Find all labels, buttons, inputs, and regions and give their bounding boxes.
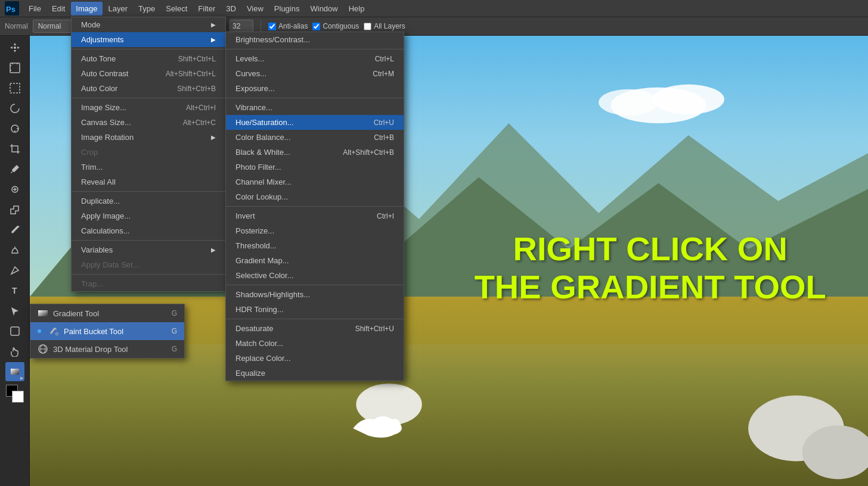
menu-view[interactable]: View: [242, 2, 268, 15]
menu-trim[interactable]: Trim...: [72, 160, 225, 175]
tolerance-input[interactable]: [230, 20, 253, 33]
menu-adjustments-label: Adjustments: [81, 35, 124, 44]
menu-file[interactable]: File: [24, 2, 46, 15]
menu-apply-image-label: Apply Image...: [81, 211, 131, 220]
all-layers-checkbox[interactable]: [364, 23, 371, 30]
menu-auto-tone-label: Auto Tone: [81, 54, 116, 63]
adj-vibrance[interactable]: Vibrance...: [226, 100, 404, 115]
lasso-tool-btn[interactable]: [5, 99, 24, 118]
pen-btn[interactable]: [5, 261, 24, 280]
menu-calculations[interactable]: Calculations...: [72, 223, 225, 238]
menu-mode[interactable]: Mode ▶: [72, 17, 225, 32]
eyedropper-btn[interactable]: [5, 160, 24, 179]
adj-exposure[interactable]: Exposure...: [226, 81, 404, 96]
menu-3d[interactable]: 3D: [221, 2, 241, 15]
adj-bw[interactable]: Black & White... Alt+Shift+Ctrl+B: [226, 145, 404, 160]
contiguous-checkbox-label[interactable]: Contiguous: [312, 22, 359, 30]
adj-shadows-highlights-label: Shadows/Highlights...: [235, 290, 310, 299]
3d-material-label: 3D Material Drop Tool: [53, 345, 128, 354]
adj-brightness[interactable]: Brightness/Contrast...: [226, 32, 404, 47]
menu-auto-contrast[interactable]: Auto Contrast Alt+Shift+Ctrl+L: [72, 66, 225, 81]
adj-exposure-label: Exposure...: [235, 84, 275, 93]
adj-gradient-map-label: Gradient Map...: [235, 256, 289, 265]
adj-levels[interactable]: Levels... Ctrl+L: [226, 51, 404, 66]
menu-auto-color-label: Auto Color: [81, 84, 117, 93]
path-select-btn[interactable]: [5, 301, 24, 320]
menu-trap-label: Trap...: [81, 279, 103, 288]
svg-rect-2: [10, 63, 20, 73]
menu-canvas-size[interactable]: Canvas Size... Alt+Ctrl+C: [72, 115, 225, 130]
adj-photo-filter-label: Photo Filter...: [235, 163, 281, 172]
adj-vibrance-label: Vibrance...: [235, 103, 272, 112]
shape-btn[interactable]: [5, 322, 24, 341]
adj-sep2: [226, 98, 404, 98]
quick-select-btn[interactable]: [5, 119, 24, 138]
adj-sep1: [226, 49, 404, 49]
color-swatches[interactable]: [4, 385, 26, 407]
menu-filter[interactable]: Filter: [193, 2, 220, 15]
menu-image[interactable]: Image: [71, 2, 102, 15]
adj-match-color[interactable]: Match Color...: [226, 336, 404, 351]
type-btn[interactable]: T: [5, 281, 24, 300]
menu-window[interactable]: Window: [305, 2, 342, 15]
menu-reveal-all[interactable]: Reveal All: [72, 175, 225, 189]
adj-equalize[interactable]: Equalize: [226, 366, 404, 381]
antialias-checkbox-label[interactable]: Anti-alias: [268, 22, 308, 30]
adj-selective-color[interactable]: Selective Color...: [226, 268, 404, 283]
all-layers-checkbox-label[interactable]: All Layers: [364, 22, 405, 30]
menu-image-size[interactable]: Image Size... Alt+Ctrl+I: [72, 100, 225, 115]
adj-bw-shortcut: Alt+Shift+Ctrl+B: [331, 148, 394, 157]
adj-invert[interactable]: Invert Ctrl+I: [226, 208, 404, 223]
adj-desaturate-label: Desaturate: [235, 324, 274, 333]
adj-hue-sat[interactable]: Hue/Saturation... Ctrl+U: [226, 115, 404, 130]
adj-hdr-toning[interactable]: HDR Toning...: [226, 302, 404, 317]
adj-replace-color[interactable]: Replace Color...: [226, 351, 404, 366]
flyout-3d-material-drop[interactable]: 3D Material Drop Tool G: [30, 340, 184, 358]
antialias-checkbox[interactable]: [268, 23, 276, 30]
menu-apply-image[interactable]: Apply Image...: [72, 208, 225, 223]
marquee-tool-btn[interactable]: [5, 79, 24, 98]
adj-bw-label: Black & White...: [235, 148, 290, 157]
flyout-gradient-tool[interactable]: Gradient Tool G: [30, 304, 184, 322]
menu-variables[interactable]: Variables ▶: [72, 242, 225, 257]
contiguous-checkbox[interactable]: [312, 23, 320, 30]
flyout-paint-bucket-tool[interactable]: Paint Bucket Tool G: [30, 322, 184, 340]
menu-edit[interactable]: Edit: [47, 2, 70, 15]
adj-color-balance[interactable]: Color Balance... Ctrl+B: [226, 130, 404, 145]
adj-curves[interactable]: Curves... Ctrl+M: [226, 66, 404, 81]
artboard-tool-btn[interactable]: [5, 58, 24, 77]
menu-image-rotation[interactable]: Image Rotation ▶: [72, 130, 225, 145]
hand-btn[interactable]: [5, 342, 24, 361]
menu-auto-color[interactable]: Auto Color Shift+Ctrl+B: [72, 81, 225, 96]
move-tool-btn[interactable]: [5, 38, 24, 57]
menu-auto-tone-shortcut: Shift+Ctrl+L: [166, 55, 216, 63]
adj-desaturate[interactable]: Desaturate Shift+Ctrl+U: [226, 321, 404, 336]
adj-shadows-highlights[interactable]: Shadows/Highlights...: [226, 287, 404, 302]
crop-tool-btn[interactable]: [5, 139, 24, 158]
menu-help[interactable]: Help: [344, 2, 370, 15]
clone-stamp-btn[interactable]: [5, 200, 24, 219]
svg-rect-14: [11, 369, 19, 375]
adj-color-lookup[interactable]: Color Lookup...: [226, 189, 404, 204]
menu-adjustments[interactable]: Adjustments ▶ Brightness/Contrast... Lev…: [72, 32, 225, 47]
adj-posterize[interactable]: Posterize...: [226, 223, 404, 238]
healing-brush-btn[interactable]: [5, 180, 24, 199]
background-color[interactable]: [12, 391, 24, 403]
menu-auto-tone[interactable]: Auto Tone Shift+Ctrl+L: [72, 51, 225, 66]
brush-btn[interactable]: [5, 220, 24, 239]
adj-threshold[interactable]: Threshold...: [226, 238, 404, 253]
adjustments-submenu: Brightness/Contrast... Levels... Ctrl+L …: [225, 32, 404, 381]
adj-photo-filter[interactable]: Photo Filter...: [226, 160, 404, 175]
adj-channel-mixer[interactable]: Channel Mixer...: [226, 175, 404, 189]
menu-image-size-shortcut: Alt+Ctrl+I: [174, 104, 216, 112]
menu-layer[interactable]: Layer: [104, 2, 133, 15]
menu-type[interactable]: Type: [134, 2, 160, 15]
menu-plugins[interactable]: Plugins: [269, 2, 305, 15]
menu-duplicate[interactable]: Duplicate...: [72, 194, 225, 208]
dodge-burn-btn[interactable]: [5, 241, 24, 260]
menu-select[interactable]: Select: [161, 2, 192, 15]
adj-gradient-map[interactable]: Gradient Map...: [226, 253, 404, 268]
menu-calculations-label: Calculations...: [81, 226, 130, 235]
3d-material-icon: [38, 344, 48, 354]
gradient-paint-bucket-btn[interactable]: ▶: [5, 362, 24, 381]
